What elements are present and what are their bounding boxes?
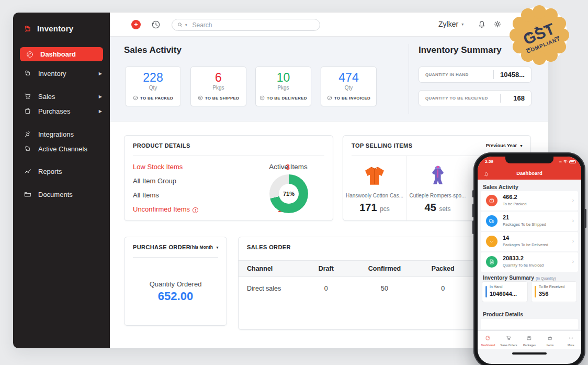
chevron-right-icon: › <box>572 259 574 264</box>
dashboard-icon <box>485 335 491 341</box>
phone-home-indicator[interactable] <box>512 352 547 355</box>
app-logo: Inventory <box>24 24 73 33</box>
card-label: TO BE INVOICED <box>321 95 376 101</box>
phone-page-title: Dashboard <box>478 170 581 176</box>
org-name: Zylker <box>438 20 458 28</box>
all-items-row[interactable]: All Items 190 <box>133 191 290 199</box>
phone-product-details-title: Product Details <box>483 311 523 317</box>
phone-tab-sales-orders[interactable]: Sales Orders <box>499 331 519 349</box>
top-selling-period-filter[interactable]: Previous Year▼ <box>486 143 523 148</box>
sidebar-item-active-channels[interactable]: Active Channels <box>24 142 102 155</box>
to-be-invoiced-card[interactable]: 474 Qty TO BE INVOICED <box>321 67 377 106</box>
sidebar: Inventory Dashboard Inventory ▶ Sales ▶ <box>13 13 110 348</box>
product-details-heading: PRODUCT DETAILS <box>133 142 190 149</box>
chevron-down-icon: ▼ <box>216 246 219 249</box>
card-label: TO BE DELIVERED <box>256 95 311 101</box>
unconfirmed-items-row[interactable]: Unconfirmed Items! 121 <box>133 205 290 213</box>
search-placeholder: Search <box>193 21 212 29</box>
sidebar-item-label: Active Channels <box>38 145 102 153</box>
notifications-bell-button[interactable] <box>477 19 487 29</box>
card-unit: Qty <box>126 85 180 91</box>
sidebar-item-dashboard[interactable]: Dashboard <box>20 47 103 61</box>
search-scope-caret-icon[interactable]: ▾ <box>185 23 187 27</box>
sidebar-item-purchases[interactable]: Purchases ▶ <box>24 105 102 117</box>
phone-tab-dashboard[interactable]: Dashboard <box>478 331 499 349</box>
settings-gear-button[interactable] <box>493 19 502 29</box>
purchases-bag-icon <box>24 107 32 115</box>
phone-tab-more[interactable]: More <box>560 331 581 349</box>
search-icon <box>177 22 183 28</box>
card-unit: Qty <box>321 85 376 91</box>
row-value: 168 <box>501 94 531 102</box>
search-input[interactable]: ▾ Search <box>172 19 320 31</box>
sidebar-item-label: Documents <box>38 191 102 198</box>
sales-order-heading: SALES ORDER <box>247 244 291 250</box>
overview-strip: Sales Activity 228 Qty TO BE PACKED 6 Pk… <box>110 37 548 121</box>
card-value: 1046044... <box>490 291 517 297</box>
sidebar-item-label: Integrations <box>38 130 102 138</box>
col-confirmed[interactable]: Confirmed <box>355 261 413 277</box>
phone-tab-packages[interactable]: Packages <box>519 331 540 349</box>
quick-create-button[interactable]: + <box>131 20 141 29</box>
chevron-right-icon: ▶ <box>99 109 102 114</box>
org-switcher[interactable]: Zylker ▾ <box>438 20 463 28</box>
quantity-to-be-received-row[interactable]: QUANTITY TO BE RECEIVED 168 <box>419 90 532 106</box>
sidebar-item-documents[interactable]: Documents <box>24 188 102 201</box>
purchase-order-heading: PURCHASE ORDER <box>133 244 190 250</box>
product-details-card: PRODUCT DETAILS Low Stock Items 3 All It… <box>124 135 333 221</box>
product-image-cardigan <box>360 162 389 191</box>
invoice-icon <box>486 256 497 268</box>
top-selling-item[interactable]: Cutiepie Rompers-spo... 45 sets <box>406 156 469 221</box>
active-items-donut-chart[interactable]: 71% <box>269 174 308 213</box>
phone-screen: 2:59 •••• Dashboard Sales Activity 466.2… <box>478 157 581 364</box>
phone-to-be-invoiced-row[interactable]: 20833.2 Quantity To be Invoiced › <box>481 252 578 272</box>
inventory-summary-title: Inventory Summary <box>419 45 502 56</box>
card-value: 474 <box>321 71 376 85</box>
sidebar-item-reports[interactable]: Reports <box>24 165 102 178</box>
integrations-plug-icon <box>24 130 32 138</box>
sidebar-item-label: Dashboard <box>40 50 103 58</box>
row-label: Packages To be Shipped <box>503 222 546 227</box>
chevron-right-icon: ▶ <box>99 94 102 99</box>
phone-volume-down-button <box>472 220 474 234</box>
col-draft[interactable]: Draft <box>297 261 355 277</box>
gst-compliant-badge: GST COMPLIANT <box>505 1 573 69</box>
row-value: 466.2 <box>503 194 517 200</box>
info-icon[interactable]: ! <box>193 207 198 213</box>
card-value: 6 <box>191 71 246 85</box>
row-value: 10458... <box>494 71 531 79</box>
phone-tab-items[interactable]: Items <box>540 331 561 349</box>
sidebar-item-sales[interactable]: Sales ▶ <box>24 90 102 103</box>
active-channels-icon <box>24 145 32 153</box>
top-selling-item[interactable]: Hanswooly Cotton Cas... 171 pcs <box>343 156 406 221</box>
divider <box>133 257 218 258</box>
phone-mute-switch <box>472 190 474 197</box>
phone-inventory-summary-title: Inventory Summary (In Quantity) <box>483 274 556 281</box>
sidebar-item-integrations[interactable]: Integrations <box>24 128 102 140</box>
inventory-logo-icon <box>24 25 32 33</box>
product-name: Hanswooly Cotton Cas... <box>343 193 406 198</box>
sidebar-item-inventory[interactable]: Inventory ▶ <box>24 67 102 80</box>
purchase-order-card: PURCHASE ORDER This Month▼ Quantity Orde… <box>124 237 227 326</box>
phone-status-icons: •••• <box>559 160 576 163</box>
phone-to-be-shipped-row[interactable]: 21 Packages To be Shipped › <box>481 212 578 231</box>
phone-to-be-packed-row[interactable]: 466.2 To be Packed › <box>481 191 578 211</box>
chevron-down-icon: ▾ <box>461 22 463 27</box>
col-packed[interactable]: Packed <box>414 261 472 277</box>
accent-bar <box>535 286 536 297</box>
to-be-shipped-card[interactable]: 6 Pkgs TO BE SHIPPED <box>190 67 246 106</box>
to-be-delivered-card[interactable]: 10 Pkgs TO BE DELIVERED <box>255 67 311 106</box>
all-item-group-row[interactable]: All Item Group 39 <box>133 177 290 185</box>
phone-in-hand-card[interactable]: In Hand 1046044... <box>482 281 528 302</box>
recent-history-button[interactable] <box>151 19 161 30</box>
more-ellipsis-icon <box>568 335 574 341</box>
card-unit: Pkgs <box>256 85 311 91</box>
to-be-packed-card[interactable]: 228 Qty TO BE PACKED <box>125 67 181 106</box>
phone-inventory-summary-subtitle: (In Quantity) <box>536 276 556 280</box>
reports-chart-icon <box>24 167 32 175</box>
col-channel[interactable]: Channel <box>239 261 297 277</box>
wifi-icon <box>563 160 568 163</box>
purchase-order-period-filter[interactable]: This Month▼ <box>189 245 219 250</box>
phone-to-be-delivered-row[interactable]: 14 Packages To be Delivered › <box>481 232 578 251</box>
phone-to-be-received-card[interactable]: To Be Received 356 <box>531 281 577 302</box>
